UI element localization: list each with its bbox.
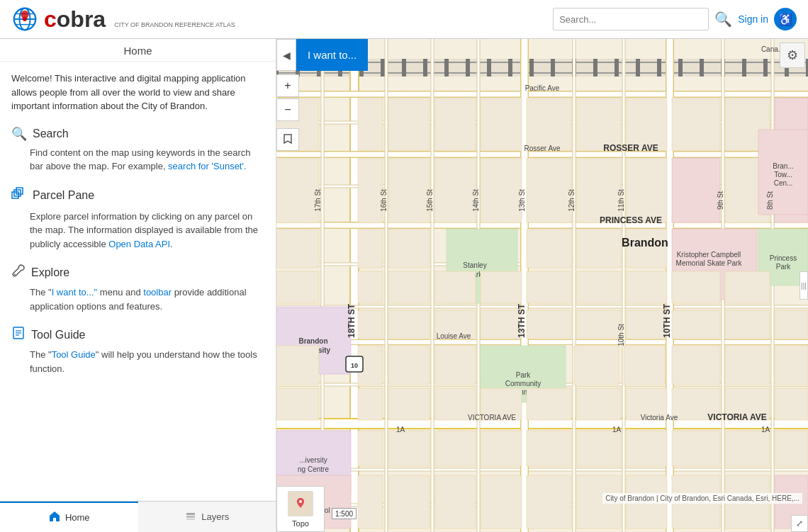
svg-rect-95 (388, 98, 430, 151)
signin-button[interactable]: Sign in (738, 13, 768, 25)
collapse-icon: ◀ (283, 50, 291, 61)
svg-rect-196 (481, 475, 522, 528)
svg-text:1A: 1A (396, 426, 405, 434)
bookmark-button[interactable] (276, 128, 299, 151)
svg-rect-131 (358, 271, 383, 303)
expand-handle[interactable]: ||| (799, 271, 808, 300)
section-parcel-body: Explore parcel information by clicking o… (11, 210, 264, 251)
tool-guide-link[interactable]: Tool Guide (52, 349, 96, 360)
settings-icon: ⚙ (787, 47, 798, 63)
search-button[interactable]: 🔍 (714, 11, 732, 28)
svg-rect-134 (481, 271, 522, 303)
svg-rect-130 (276, 271, 319, 303)
svg-rect-94 (358, 98, 383, 151)
svg-text:Louise Ave: Louise Ave (437, 332, 471, 340)
svg-text:VICTORIA AVE: VICTORIA AVE (468, 414, 516, 421)
svg-text:Princess: Princess (770, 254, 797, 262)
svg-rect-167 (358, 388, 383, 420)
svg-rect-127 (527, 229, 571, 268)
svg-rect-6 (12, 192, 18, 198)
svg-text:14th St: 14th St (472, 189, 480, 212)
svg-rect-180 (358, 431, 383, 466)
svg-text:Victoria Ave: Victoria Ave (641, 414, 678, 421)
svg-rect-197 (527, 475, 571, 528)
svg-text:16th St: 16th St (380, 189, 388, 212)
accessibility-button[interactable]: ♿ (774, 8, 797, 30)
svg-rect-195 (434, 475, 476, 528)
tab-layers-label: Layers (201, 511, 229, 522)
section-toolguide-title: Tool Guide (31, 329, 86, 341)
sidebar-section-tool-guide: Tool Guide The "Tool Guide" will help yo… (11, 326, 264, 375)
svg-rect-96 (434, 98, 476, 151)
svg-text:18TH ST: 18TH ST (347, 303, 357, 338)
svg-rect-157 (276, 346, 319, 385)
scale-value: 1:500 (335, 510, 353, 518)
svg-rect-189 (775, 431, 808, 466)
i-want-to-button[interactable]: I want to... (296, 39, 368, 71)
section-search-body: Find content on the map using keywords i… (11, 146, 264, 174)
toolbar-link[interactable]: toolbar (143, 287, 172, 298)
zoom-in-icon: + (284, 79, 291, 92)
bookmark-icon (282, 133, 293, 147)
search-link[interactable]: search for 'Sunset'. (168, 161, 246, 171)
svg-text:Tow...: Tow... (774, 171, 792, 179)
svg-text:Kristopher Campbell: Kristopher Campbell (677, 251, 741, 259)
tab-home[interactable]: Home (0, 502, 138, 532)
map-canvas: Stanley Park Kristopher Campbell Memoria… (276, 39, 808, 532)
svg-text:8th St: 8th St (766, 191, 774, 210)
accessibility-icon: ♿ (778, 13, 792, 26)
tab-home-label: Home (65, 512, 90, 523)
svg-rect-97 (481, 98, 522, 151)
svg-rect-16 (186, 519, 195, 520)
svg-rect-187 (672, 431, 720, 466)
svg-rect-133 (434, 271, 476, 303)
wrench-icon-svg (11, 264, 26, 278)
home-tab-icon (48, 510, 61, 526)
svg-rect-126 (388, 229, 430, 268)
svg-rect-106 (388, 158, 430, 222)
svg-text:Cen...: Cen... (774, 179, 793, 187)
map-settings-button[interactable]: ⚙ (780, 43, 805, 68)
svg-text:Pacific Ave: Pacific Ave (525, 84, 560, 92)
svg-rect-101 (672, 98, 720, 151)
zoom-in-button[interactable]: + (276, 74, 299, 97)
topo-button[interactable]: Topo (276, 486, 325, 532)
scale-bar: 1:500 (332, 508, 357, 519)
svg-rect-185 (576, 431, 621, 466)
svg-text:Park: Park (516, 371, 532, 379)
welcome-text: Welcome! This interactive and digital ma… (11, 72, 264, 113)
svg-rect-168 (388, 388, 430, 420)
logo-brand: cobra (44, 6, 106, 33)
zoom-out-button[interactable]: − (276, 98, 299, 121)
expand-icon: ⤢ (796, 519, 803, 528)
svg-text:10th St: 10th St (617, 324, 625, 346)
svg-rect-98 (527, 98, 571, 151)
collapse-sidebar-button[interactable]: ◀ (276, 39, 296, 71)
svg-rect-128 (576, 229, 621, 268)
expand-map-button[interactable]: ⤢ (791, 515, 808, 532)
svg-rect-186 (626, 431, 667, 466)
main: Home Welcome! This interactive and digit… (0, 39, 808, 532)
svg-rect-183 (481, 431, 522, 466)
svg-rect-124 (276, 229, 319, 268)
sidebar-section-parcel: Parcel Pane Explore parcel information b… (11, 186, 264, 251)
svg-rect-109 (527, 158, 571, 222)
section-parcel-title: Parcel Pane (33, 189, 94, 202)
section-explore-title-row: Explore (11, 264, 264, 281)
svg-point-237 (299, 500, 302, 503)
svg-text:17th St: 17th St (314, 189, 322, 212)
i-want-to-link[interactable]: I want to..." (52, 287, 98, 298)
svg-text:Bran...: Bran... (773, 162, 793, 170)
svg-rect-182 (434, 431, 476, 466)
svg-rect-171 (527, 388, 571, 420)
open-data-api-link[interactable]: Open Data API (108, 239, 170, 249)
tab-layers[interactable]: Layers (138, 502, 276, 532)
svg-text:12th St: 12th St (568, 189, 576, 212)
logo-area: cobra CITY OF BRANDON REFERENCE ATLAS (11, 6, 235, 33)
svg-rect-166 (276, 388, 319, 420)
explore-section-icon (11, 264, 26, 281)
sidebar: Home Welcome! This interactive and digit… (0, 39, 276, 532)
sidebar-title: Home (0, 39, 276, 62)
search-input[interactable] (553, 8, 709, 30)
svg-text:10TH ST: 10TH ST (662, 303, 672, 338)
